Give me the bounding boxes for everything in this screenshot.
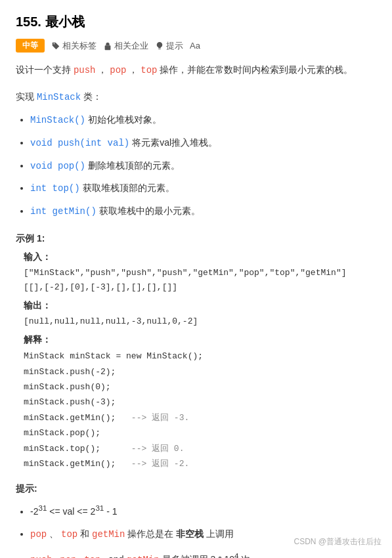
method-push: void push(int val) [30,138,129,148]
hints-list: -231 <= val <= 231 - 1 pop 、 top 和 getMi… [16,502,376,558]
page-title: 155. 最小栈 [16,13,376,31]
input-line1: ["MinStack","push","push","push","getMin… [24,266,376,280]
watermark: CSDN @普通攻击往后拉 [294,536,381,547]
explain-line-4: minStack.push(-3); [24,395,376,410]
explain-line-5: minStack.getMin(); --> 返回 -3. [24,410,376,425]
toolbar-font[interactable]: Aa [190,41,200,51]
lock-icon [103,41,112,51]
toolbar-company[interactable]: 相关企业 [103,40,148,52]
hint3-getmin: getMin [126,554,159,558]
bulb-icon [155,41,164,51]
keyword-push: push [74,65,96,75]
hints-title: 提示: [16,483,376,495]
hint2-nonempty: 非空栈 [176,528,204,539]
toolbar: 中等 相关标签 相关企业 提示 Aa [16,39,376,53]
minstack-class: MinStack [37,92,81,102]
explain-line-7: minStack.top(); --> 返回 0. [24,441,376,456]
hint-item-3: push , pop , top , and getMin 最多被调用 3 * … [30,549,376,558]
method-top: int top() [30,183,80,194]
output-label: 输出： [24,300,376,312]
list-item: int top() 获取堆栈顶部的元素。 [30,181,376,197]
hint2-top: top [61,529,77,540]
explain-line-2: minStack.push(-2); [24,364,376,379]
keyword-pop: pop [110,65,126,75]
keyword-top: top [141,65,157,75]
hint3-pop: pop [60,554,76,558]
hint2-getmin: getMin [92,529,125,540]
method-minstack: MinStack() [30,115,85,125]
list-item: int getMin() 获取堆栈中的最小元素。 [30,204,376,220]
list-item: MinStack() 初始化堆栈对象。 [30,112,376,129]
method-pop: void pop() [30,161,85,171]
difficulty-badge: 中等 [16,39,45,53]
problem-description: 设计一个支持 push ， pop ， top 操作，并能在常数时间内检索到最小… [16,62,376,79]
explain-label: 解释： [24,334,376,346]
toolbar-tags[interactable]: 相关标签 [51,40,97,52]
input-label: 输入： [24,251,376,263]
explain-line-6: minStack.pop(); [24,425,376,440]
hint-item-1: -231 <= val <= 231 - 1 [30,502,376,519]
hint3-top: top [84,554,100,558]
input-block: ["MinStack","push","push","push","getMin… [24,266,376,295]
tag-icon [51,41,60,51]
example-title: 示例 1: [16,233,376,245]
input-line2: [[],[-2],[0],[-3],[],[],[],[]] [24,280,376,295]
output-block: [null,null,null,null,-3,null,0,-2] [24,314,376,329]
example-section: 示例 1: 输入： ["MinStack","push","push","pus… [16,233,376,471]
hint2-pop: pop [30,529,47,540]
toolbar-hint[interactable]: 提示 [155,40,183,52]
explain-line-3: minStack.push(0); [24,379,376,395]
list-item: void pop() 删除堆栈顶部的元素。 [30,158,376,175]
problem-name: 最小栈 [45,13,85,31]
explain-block: MinStack minStack = new MinStack(); minS… [24,349,376,471]
svg-rect-0 [105,45,111,50]
hint3-push: push [30,554,53,558]
output-value: [null,null,null,null,-3,null,0,-2] [24,314,376,329]
method-getmin: int getMin() [30,206,97,217]
method-list: MinStack() 初始化堆栈对象。 void push(int val) 将… [16,112,376,220]
explain-line-8: minStack.getMin(); --> 返回 -2. [24,456,376,471]
explain-line-1: MinStack minStack = new MinStack(); [24,349,376,364]
problem-number: 155. [16,14,41,30]
list-item: void push(int val) 将元素val推入堆栈。 [30,135,376,152]
implement-label: 实现 MinStack 类： [16,89,376,106]
